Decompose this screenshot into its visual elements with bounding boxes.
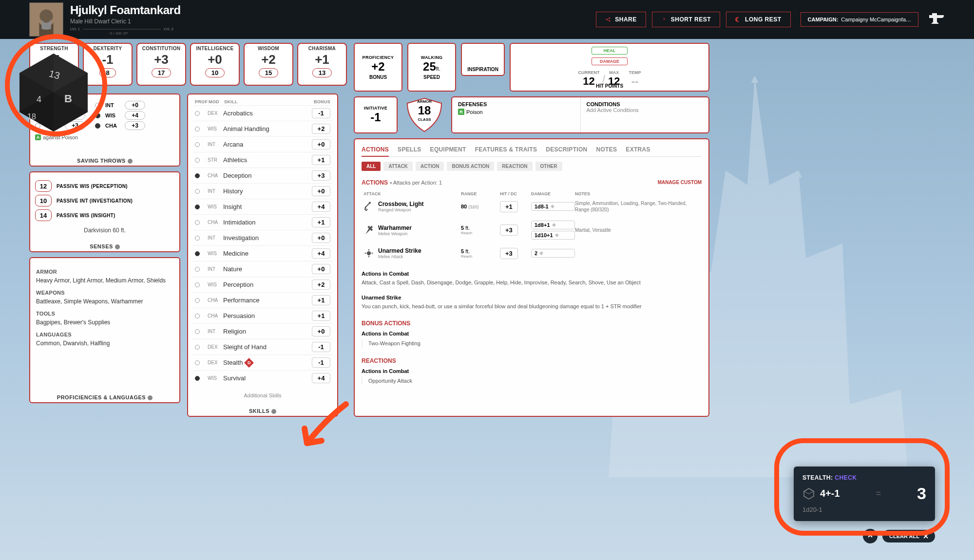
short-rest-button[interactable]: SHORT REST bbox=[652, 12, 720, 27]
d20-icon bbox=[802, 487, 815, 500]
tab-notes[interactable]: NOTES bbox=[596, 146, 617, 153]
attack-row: WarhammerMelee Weapon5 ft.Reach+31d8+11d… bbox=[362, 217, 702, 243]
proficiency-dot bbox=[195, 205, 200, 209]
gear-icon[interactable] bbox=[271, 409, 276, 414]
skill-deception[interactable]: CHADeception+3 bbox=[193, 168, 332, 183]
save-con[interactable]: CON+3 bbox=[35, 121, 85, 130]
advantage-icon: A bbox=[35, 134, 41, 140]
ability-wisdom[interactable]: WISDOM+215 bbox=[244, 43, 293, 86]
attack-name[interactable]: Unarmed StrikeMelee Attack bbox=[378, 247, 461, 259]
campaign-selector[interactable]: CAMPAIGN:Campaigny McCampaignfa… bbox=[801, 12, 918, 27]
proficiency-box[interactable]: PROFICIENCY +2 BONUS bbox=[354, 43, 402, 92]
skill-medicine[interactable]: WISMedicine+4 bbox=[193, 245, 332, 261]
sense-row[interactable]: 14PASSIVE WIS (INSIGHT) bbox=[35, 209, 174, 221]
ability-intelligence[interactable]: INTELLIGENCE+010 bbox=[190, 43, 240, 86]
tab-actions[interactable]: ACTIONS bbox=[362, 146, 389, 157]
damage-button[interactable]: DAMAGE bbox=[592, 57, 628, 65]
filter-bar: ALLATTACKACTIONBONUS ACTIONREACTIONOTHER bbox=[362, 162, 702, 171]
skill-performance[interactable]: CHAPerformance+1 bbox=[193, 292, 332, 308]
skill-sleight-of-hand[interactable]: DEXSleight of Hand-1 bbox=[193, 339, 332, 355]
dice-roll-result[interactable]: STEALTH: CHECK 4+-1 = 3 1d20-1 bbox=[794, 467, 935, 521]
tab-description[interactable]: DESCRIPTION bbox=[546, 146, 587, 153]
attack-row: Crossbow, LightRanged Weapon80 (320)+11d… bbox=[362, 196, 702, 217]
to-hit-roll[interactable]: +1 bbox=[500, 201, 518, 212]
filter-bonus-action[interactable]: BONUS ACTION bbox=[447, 162, 494, 171]
skill-perception[interactable]: WISPerception+2 bbox=[193, 277, 332, 292]
level-from: LVL 1 bbox=[70, 27, 80, 31]
filter-reaction[interactable]: REACTION bbox=[497, 162, 532, 171]
ability-constitution[interactable]: CONSTITUTION+317 bbox=[136, 43, 186, 86]
actions-in-combat[interactable]: Attack, Cast a Spell, Dash, Disengage, D… bbox=[362, 279, 702, 287]
skill-nature[interactable]: INTNature+0 bbox=[193, 261, 332, 277]
proficiency-dot bbox=[35, 103, 40, 108]
to-hit-roll[interactable]: +3 bbox=[500, 224, 518, 236]
tab-equipment[interactable]: EQUIPMENT bbox=[430, 146, 466, 153]
gear-icon[interactable] bbox=[128, 159, 133, 164]
save-int[interactable]: INT+0 bbox=[95, 101, 145, 110]
filter-all[interactable]: ALL bbox=[362, 162, 381, 171]
tab-spells[interactable]: SPELLS bbox=[398, 146, 421, 153]
additional-skills[interactable]: Additional Skills bbox=[193, 392, 332, 398]
filter-action[interactable]: ACTION bbox=[416, 162, 444, 171]
share-button[interactable]: SHARE bbox=[596, 12, 646, 27]
gear-icon[interactable] bbox=[148, 395, 153, 400]
tab-extras[interactable]: EXTRAS bbox=[626, 146, 650, 153]
bonus-action-item[interactable]: Two-Weapon Fighting bbox=[362, 339, 702, 348]
sense-row[interactable]: 12PASSIVE WIS (PERCEPTION) bbox=[35, 180, 174, 192]
builder-icon[interactable] bbox=[927, 12, 945, 27]
filter-other[interactable]: OTHER bbox=[535, 162, 562, 171]
xp-bar[interactable] bbox=[83, 29, 161, 30]
ability-dexterity[interactable]: DEXTERITY-18 bbox=[83, 43, 133, 86]
skill-athletics[interactable]: STRAthletics+1 bbox=[193, 152, 332, 168]
proficiency-dot bbox=[35, 113, 40, 118]
save-str[interactable]: STR+1 bbox=[35, 101, 85, 110]
attack-name[interactable]: WarhammerMelee Weapon bbox=[378, 224, 461, 236]
ability-charisma[interactable]: CHARISMA+113 bbox=[297, 43, 347, 86]
character-name: Hjulkyl Foamtankard bbox=[70, 3, 181, 17]
skill-acrobatics[interactable]: DEXAcrobatics-1 bbox=[193, 105, 332, 121]
defense-item[interactable]: RPoison bbox=[458, 109, 574, 115]
damage-roll[interactable]: 2 bbox=[531, 249, 575, 258]
gear-icon[interactable] bbox=[115, 244, 120, 249]
damage-roll[interactable]: 1d8-1 bbox=[531, 202, 575, 211]
damage-roll[interactable]: 1d10+1 bbox=[531, 231, 575, 240]
save-wis[interactable]: WIS+4 bbox=[95, 111, 145, 120]
heal-button[interactable]: HEAL bbox=[592, 47, 628, 55]
reaction-item[interactable]: Opportunity Attack bbox=[362, 377, 702, 385]
proficiency-dot bbox=[95, 113, 100, 118]
filter-attack[interactable]: ATTACK bbox=[383, 162, 413, 171]
skill-history[interactable]: INTHistory+0 bbox=[193, 183, 332, 199]
skill-survival[interactable]: WISSurvival+4 bbox=[193, 370, 332, 386]
add-conditions[interactable]: Add Active Conditions bbox=[587, 107, 703, 113]
armor-class-box[interactable]: ARMOR 18 CLASS bbox=[402, 96, 446, 133]
damage-roll[interactable]: 1d8+1 bbox=[531, 221, 575, 229]
skill-arcana[interactable]: INTArcana+0 bbox=[193, 136, 332, 152]
long-rest-button[interactable]: LONG REST bbox=[726, 12, 791, 27]
sense-row[interactable]: 10PASSIVE INT (INVESTIGATION) bbox=[35, 195, 174, 206]
ability-strength[interactable]: STRENGTH+113 bbox=[29, 43, 79, 86]
collapse-roll-button[interactable] bbox=[863, 529, 878, 543]
character-avatar[interactable] bbox=[29, 2, 63, 37]
tab-features---traits[interactable]: FEATURES & TRAITS bbox=[475, 146, 537, 153]
skill-religion[interactable]: INTReligion+0 bbox=[193, 323, 332, 339]
skill-insight[interactable]: WISInsight+4 bbox=[193, 199, 332, 214]
speed-box[interactable]: WALKING 25ft. SPEED bbox=[407, 43, 456, 92]
chevron-up-icon bbox=[867, 533, 873, 539]
damage-type-icon bbox=[554, 233, 560, 238]
skill-intimidation[interactable]: CHAIntimidation+1 bbox=[193, 214, 332, 230]
manage-custom-button[interactable]: MANAGE CUSTOM bbox=[658, 180, 702, 185]
tab-bar: ACTIONSSPELLSEQUIPMENTFEATURES & TRAITSD… bbox=[362, 146, 702, 157]
skill-stealth[interactable]: DEXStealthD-1 bbox=[193, 355, 332, 370]
skill-animal-handling[interactable]: WISAnimal Handling+2 bbox=[193, 121, 332, 136]
save-cha[interactable]: CHA+3 bbox=[95, 121, 145, 130]
clear-all-button[interactable]: CLEAR ALL bbox=[882, 530, 935, 542]
attack-name[interactable]: Crossbow, LightRanged Weapon bbox=[378, 201, 461, 212]
proficiency-dot bbox=[195, 173, 200, 178]
skill-investigation[interactable]: INTInvestigation+0 bbox=[193, 230, 332, 245]
save-dex[interactable]: DEX-1 bbox=[35, 111, 85, 120]
initiative-box[interactable]: INITIATIVE -1 bbox=[354, 96, 398, 133]
to-hit-roll[interactable]: +3 bbox=[500, 248, 518, 259]
skill-persuasion[interactable]: CHAPersuasion+1 bbox=[193, 308, 332, 323]
roll-total: 3 bbox=[917, 484, 926, 503]
inspiration-box[interactable]: INSPIRATION bbox=[461, 43, 505, 76]
